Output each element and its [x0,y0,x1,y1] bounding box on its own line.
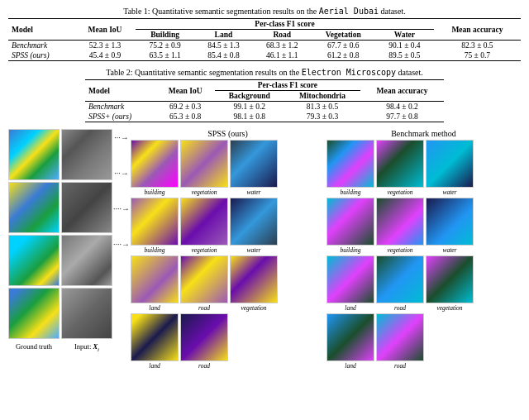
t2-sub-mito: Mitochondria [284,91,360,102]
bm-row2: building vegetation water [326,198,521,254]
t2-row2-model: SPSS+ (ours) [85,112,156,122]
t1-sub-veg: Vegetation [312,30,375,41]
t2-row1-mean-acc: 98.4 ± 0.2 [360,102,444,112]
t2-row2-mito: 79.3 ± 0.3 [284,112,360,122]
spss-row3: land road vegetation [131,255,325,312]
gt-img-4 [8,288,60,339]
t1-sub-road: Road [253,30,312,41]
bm-label-r2-water: water [442,246,456,254]
bm-label-r4-road: road [394,362,406,370]
bm-img-r3-road [376,255,424,303]
bm-img-r1-veg [376,140,424,188]
input-img-4 [61,288,112,339]
bm-row4: land road [326,313,521,370]
spss-section: SPSS (ours) building vegetation water [131,129,325,370]
t2-col-miou: Mean IoU [156,80,215,102]
spss-img-r2-veg [180,198,228,246]
spss-img-r3-road [180,255,228,303]
bm-label-r3-land: land [345,304,355,312]
gt-img-1 [8,129,60,180]
spss-row2: building vegetation water [131,198,325,254]
spss-label-r4-road: road [198,362,210,370]
gt-img-3 [8,235,60,286]
bm-img-r3-land [326,255,374,303]
spss-label-r1-veg: vegetation [191,189,217,196]
t2-row2-mean-acc: 97.7 ± 0.8 [360,112,444,122]
spss-img-r1-water [230,140,278,188]
bm-label-r1-veg: vegetation [387,189,412,196]
spss-row4: land road [131,313,325,370]
t2-row2-bg: 98.1 ± 0.8 [215,112,284,122]
table2: Model Mean IoU Per-class F1 score Mean a… [85,79,444,122]
spss-img-r1-veg [180,140,228,188]
t1-row2-mean-acc: 75 ± 0.7 [434,50,521,61]
spss-row1: building vegetation water [131,140,325,196]
t1-row2-miou: 45.4 ± 0.9 [74,50,136,61]
bm-row3: land road vegetation [326,255,521,312]
t1-col-perclass: Per-class F1 score [136,19,434,30]
spss-label-r2-veg: vegetation [191,246,217,254]
spss-label-r3-road: road [198,304,210,312]
bm-img-r3-veg [426,255,474,303]
bm-title: Benchmark method [326,129,521,138]
bm-img-r1-water [426,140,474,188]
spss-img-r3-land [131,255,179,303]
bm-img-r2-water [426,198,474,246]
t1-row1-miou: 52.3 ± 1.3 [74,41,136,51]
t1-row2-model: SPSS (ours) [8,50,74,61]
t1-row2-road: 46.1 ± 1.1 [253,50,312,61]
t1-row1-land: 84.5 ± 1.3 [194,41,253,51]
bm-label-r1-building: building [340,189,360,196]
spss-label-r3-veg: vegetation [241,304,266,312]
bm-img-r2-building [326,198,374,246]
spss-label-r1-building: building [144,189,164,196]
spss-label-r3-land: land [149,304,160,312]
table1: Model Mean IoU Per-class F1 score Mean a… [8,18,521,61]
t1-col-model: Model [8,19,74,41]
t2-row2-miou: 65.3 ± 0.8 [156,112,215,122]
t1-row1-veg: 67.7 ± 0.6 [312,41,375,51]
t1-col-mean-acc: Mean accuracy [434,19,521,41]
bm-label-r3-veg: vegetation [436,304,462,312]
t1-row1-road: 68.3 ± 1.2 [253,41,312,51]
input-img-2 [61,182,112,233]
gt-img-2 [8,182,60,233]
spss-label-r2-building: building [144,246,164,254]
spss-img-r4-land [131,313,179,361]
bm-label-r4-land: land [345,362,355,370]
bm-img-r4-land [326,313,374,361]
t2-col-perclass: Per-class F1 score [215,80,360,91]
spss-img-r2-water [230,198,278,246]
t1-row1-mean-acc: 82.3 ± 0.5 [434,41,521,51]
bm-img-r1-building [326,140,374,188]
bm-img-r2-veg [376,198,424,246]
table1-caption: Table 1: Quantitative semantic segmentat… [8,7,521,16]
t1-row1-model: Benchmark [8,41,74,51]
input-label: Input: Xi [74,342,99,353]
spss-img-r1-building [131,140,179,188]
t2-row1-miou: 69.2 ± 0.3 [156,102,215,112]
spss-img-r3-veg [230,255,278,303]
input-column: Input: Xi [61,129,112,353]
t1-row2-building: 63.5 ± 1.1 [136,50,194,61]
spss-img-r2-building [131,198,179,246]
gt-label: Ground truth [16,342,52,351]
bm-row1: building vegetation water [326,140,521,196]
t2-sub-bg: Background [215,91,284,102]
spss-title: SPSS (ours) [131,129,325,138]
input-img-1 [61,129,112,180]
t1-row2-veg: 61.2 ± 0.8 [312,50,375,61]
gt-column: Ground truth [8,129,60,351]
bm-label-r2-building: building [340,246,360,254]
spss-label-r4-land: land [149,362,160,370]
viz-section: Ground truth Input: Xi ···→ ···→ ····→ ·… [8,129,521,370]
bm-img-r4-road [376,313,424,361]
spss-label-r1-water: water [246,189,260,196]
t2-row1-mito: 81.3 ± 0.5 [284,102,360,112]
spss-img-r4-road [180,313,228,361]
spss-label-r2-water: water [246,246,260,254]
t1-col-miou: Mean IoU [74,19,136,41]
t1-row1-building: 75.2 ± 0.9 [136,41,194,51]
t1-row1-water: 90.1 ± 0.4 [375,41,434,51]
bm-label-r2-veg: vegetation [387,246,412,254]
